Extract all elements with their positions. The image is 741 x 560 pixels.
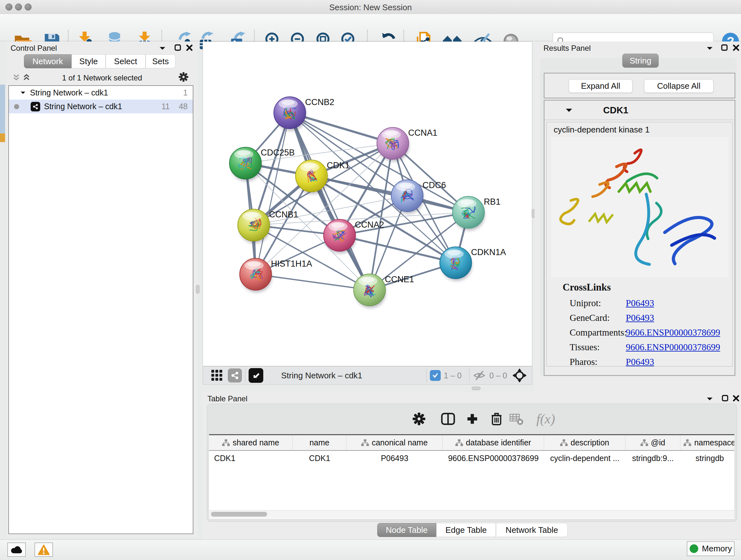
shared-column-icon	[361, 439, 369, 446]
cloud-icon	[10, 545, 23, 555]
crosslink-link[interactable]: P06493	[626, 298, 654, 308]
control-tab-select[interactable]: Select	[106, 54, 145, 68]
crosslink-link[interactable]: P06493	[626, 357, 654, 367]
column-header-name[interactable]: name	[293, 435, 347, 450]
node-label: CCNA2	[355, 220, 384, 230]
close-icon	[186, 44, 193, 51]
scrollbar-thumb[interactable]	[211, 512, 267, 516]
tab-network-table[interactable]: Network Table	[496, 523, 568, 537]
selected-checkbox[interactable]	[430, 370, 441, 381]
memory-button[interactable]: Memory	[687, 541, 735, 556]
birdseye-view-button[interactable]	[249, 368, 263, 383]
network-row-selected[interactable]: String Network – cdk1 11 48	[9, 100, 193, 113]
delete-table-button[interactable]	[507, 410, 526, 428]
table-row[interactable]: CDK1CDK1P064939606.ENSP00000378699cyclin…	[209, 451, 734, 465]
close-icon	[733, 44, 739, 51]
protein-section-header[interactable]: CDK1	[544, 101, 735, 120]
node-label: CDC6	[422, 180, 446, 190]
netbar-separator	[426, 368, 427, 382]
window-title: Session: New Session	[0, 3, 741, 12]
network-node-CDK1[interactable]: CDK1	[295, 160, 350, 194]
column-header-namespace[interactable]: namespace	[680, 435, 734, 450]
float-window-icon	[721, 44, 728, 51]
bottom-splitter-handle[interactable]	[472, 387, 481, 390]
crosslink-link[interactable]: P06493	[626, 313, 654, 323]
column-header--id[interactable]: @id	[625, 435, 680, 450]
control-tab-style[interactable]: Style	[71, 54, 106, 68]
check-icon	[432, 372, 439, 379]
network-graph[interactable]: CCNB2CCNA1CDC25BCDK1CDC6RB1CCNB1CCNA2CDK…	[203, 42, 532, 366]
function-builder-button[interactable]: f(x)	[530, 410, 562, 428]
tab-node-table[interactable]: Node Table	[377, 523, 436, 537]
column-header-database-identifier[interactable]: database identifier	[443, 435, 544, 450]
network-node-RB1[interactable]: RB1	[453, 196, 501, 231]
column-header-shared-name[interactable]: shared name	[209, 435, 293, 450]
control-tab-network[interactable]: Network	[24, 54, 71, 68]
crosslink-link[interactable]: 9606.ENSP00000378699	[626, 342, 720, 353]
left-splitter-handle[interactable]	[196, 285, 199, 294]
table-settings-button[interactable]	[409, 410, 428, 428]
collapse-all-button[interactable]: Collapse All	[644, 79, 714, 93]
show-grid-button[interactable]	[209, 371, 225, 380]
results-panel-title: Results Panel	[543, 44, 591, 53]
pan-control-button[interactable]	[512, 368, 527, 383]
table-horizontal-scrollbar[interactable]	[209, 510, 734, 518]
crosslink-row: GeneCard:P06493	[569, 310, 732, 325]
table-cell: stringdb:9...	[625, 451, 680, 465]
node-label: CDK1	[327, 161, 350, 170]
network-node-CDKN1A[interactable]: CDKN1A	[440, 247, 506, 281]
network-edge	[256, 274, 369, 290]
expand-all-button[interactable]: Expand All	[569, 79, 632, 93]
fx-icon: f(x)	[536, 411, 555, 427]
tab-edge-table[interactable]: Edge Table	[436, 523, 496, 537]
protein-name: CDK1	[603, 105, 628, 116]
table-cell: P06493	[347, 451, 443, 465]
diagonal-arrow-icon	[252, 371, 260, 380]
chevron-down-icon	[706, 397, 713, 401]
network-node-CCNA2[interactable]: CCNA2	[324, 219, 384, 253]
control-panel-title: Control Panel	[10, 44, 57, 53]
plus-icon	[466, 413, 478, 425]
network-label: String Network – cdk1	[44, 102, 122, 111]
panel-menu-button[interactable]	[704, 44, 715, 53]
panel-close-button[interactable]	[731, 393, 741, 403]
crosslink-label: Pharos:	[569, 357, 626, 367]
column-label: name	[310, 438, 330, 447]
protein-section: CDK1 cyclin-dependent kinase 1	[544, 100, 735, 376]
netbar-separator	[469, 368, 469, 382]
column-header-description[interactable]: description	[544, 435, 625, 450]
string-view-button[interactable]	[228, 368, 242, 382]
panel-float-button[interactable]	[720, 393, 731, 403]
disclosure-triangle-icon	[20, 91, 25, 95]
network-list: String Network – cdk1 1 String Network –…	[8, 85, 193, 534]
add-column-button[interactable]	[463, 410, 482, 428]
network-node-HIST1H1A[interactable]: HIST1H1A	[240, 258, 312, 293]
panel-menu-button[interactable]	[704, 394, 715, 403]
crosslink-label: Compartments:	[569, 327, 626, 338]
node-label: RB1	[484, 197, 501, 206]
column-label: @id	[651, 438, 665, 447]
chevron-down-icon	[159, 46, 165, 51]
crosslinks-title: CrossLinks	[562, 282, 732, 293]
column-header-canonical-name[interactable]: canonical name	[347, 435, 443, 450]
network-options-gear-button[interactable]	[178, 72, 189, 82]
network-canvas[interactable]: CCNB2CCNA1CDC25BCDK1CDC6RB1CCNB1CCNA2CDK…	[203, 42, 532, 366]
protein-structure-image	[551, 137, 729, 277]
tab-string[interactable]: String	[622, 54, 659, 68]
table-type-tabs: Node TableEdge TableNetwork Table	[377, 523, 568, 539]
panel-close-button[interactable]	[731, 43, 741, 52]
panel-float-button[interactable]	[719, 43, 730, 52]
panel-float-button[interactable]	[172, 43, 183, 52]
panel-menu-button[interactable]	[157, 44, 168, 53]
network-collection-row[interactable]: String Network – cdk1 1	[9, 86, 193, 100]
control-tab-sets[interactable]: Sets	[145, 54, 176, 68]
cloud-status-button[interactable]	[7, 543, 26, 557]
delete-column-button[interactable]	[487, 410, 506, 428]
panel-close-button[interactable]	[184, 43, 195, 52]
warnings-button[interactable]	[35, 543, 53, 557]
network-node-CDC6[interactable]: CDC6	[391, 180, 446, 214]
share-icon	[231, 371, 239, 380]
node-label: CDC25B	[261, 148, 295, 158]
crosslink-link[interactable]: 9606.ENSP00000378699	[626, 327, 720, 338]
show-columns-button[interactable]	[439, 410, 458, 428]
